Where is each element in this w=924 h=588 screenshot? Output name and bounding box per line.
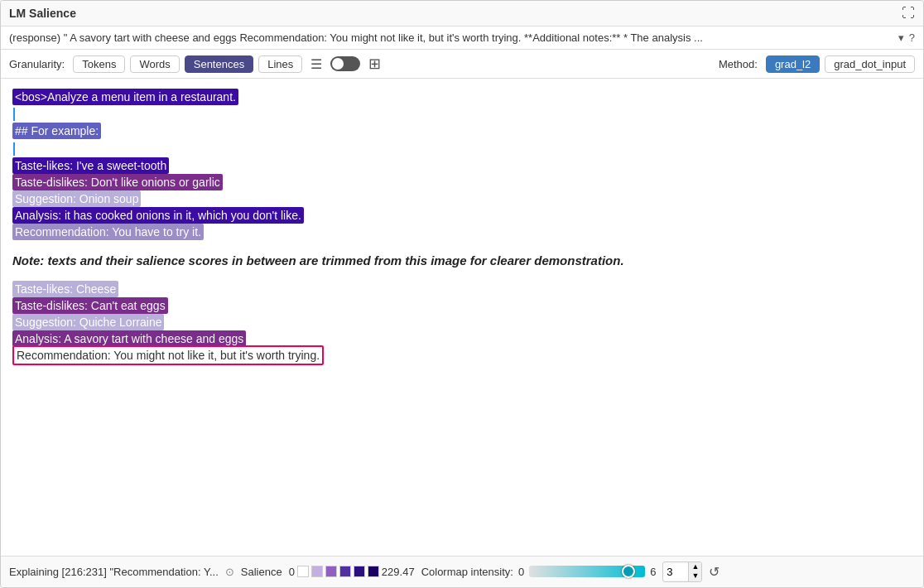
sentence-recommendation-1[interactable]: Recommendation: You have to try it. bbox=[12, 224, 204, 240]
explaining-text: Explaining [216:231] "Recommendation: Y.… bbox=[9, 566, 219, 578]
stepper-input[interactable]: 3 bbox=[663, 564, 688, 580]
method-label: Method: bbox=[719, 58, 758, 70]
toggle-container[interactable] bbox=[330, 56, 360, 71]
sentence-recommendation-2[interactable]: Recommendation: You might not like it, b… bbox=[12, 345, 324, 365]
expand-icon[interactable]: ⛶ bbox=[902, 6, 915, 21]
colormap-container: Colormap intensity: 0 6 bbox=[421, 566, 657, 578]
refresh-button[interactable]: ↺ bbox=[709, 564, 719, 580]
stepper[interactable]: 3 ▲ ▼ bbox=[662, 561, 702, 582]
sentence-line-6[interactable]: Analysis: it has cooked onions in it, wh… bbox=[12, 209, 912, 222]
stepper-buttons: ▲ ▼ bbox=[688, 562, 701, 581]
sentence-line-10[interactable]: Suggestion: Quiche Lorraine bbox=[12, 316, 912, 329]
bottom-bar: Explaining [216:231] "Recommendation: Y.… bbox=[1, 556, 923, 587]
colormap-knob[interactable] bbox=[622, 565, 635, 578]
response-text: (response) " A savory tart with cheese a… bbox=[9, 31, 895, 44]
sentence-analysis-2[interactable]: Analysis: A savory tart with cheese and … bbox=[12, 330, 246, 347]
stepper-up[interactable]: ▲ bbox=[688, 562, 701, 572]
response-bar: (response) " A savory tart with cheese a… bbox=[1, 27, 923, 50]
sentences-button[interactable]: Sentences bbox=[185, 55, 253, 73]
sentence-group-1: <bos>Analyze a menu item in a restaurant… bbox=[12, 90, 912, 239]
title-bar: LM Salience ⛶ bbox=[1, 1, 923, 27]
cursor-line-2 bbox=[12, 141, 912, 155]
main-window: LM Salience ⛶ (response) " A savory tart… bbox=[0, 0, 924, 588]
sentence-line-9[interactable]: Taste-dislikes: Can't eat eggs bbox=[12, 299, 912, 312]
sentence-suggestion-1[interactable]: Suggestion: Onion soup bbox=[12, 190, 141, 207]
scale-box-3 bbox=[325, 566, 337, 577]
toggle-knob bbox=[332, 58, 344, 70]
sentence-taste-likes-2[interactable]: Taste-likes: Cheese bbox=[12, 281, 118, 297]
grad-l2-button[interactable]: grad_l2 bbox=[766, 55, 820, 73]
dot-icon: ⊙ bbox=[225, 566, 234, 578]
colormap-max: 6 bbox=[650, 566, 656, 578]
tokens-button[interactable]: Tokens bbox=[73, 55, 125, 73]
sentence-line-8[interactable]: Taste-likes: Cheese bbox=[12, 282, 912, 296]
sentence-taste-dislikes-2[interactable]: Taste-dislikes: Can't eat eggs bbox=[12, 297, 168, 314]
salience-min: 0 bbox=[289, 566, 295, 578]
sentence-line-1[interactable]: <bos>Analyze a menu item in a restaurant… bbox=[12, 90, 912, 104]
sentence-for-example[interactable]: ## For example: bbox=[12, 123, 101, 139]
sentence-taste-likes-1[interactable]: Taste-likes: I've a sweet-tooth bbox=[12, 157, 169, 174]
sentence-line-3[interactable]: Taste-likes: I've a sweet-tooth bbox=[12, 159, 912, 172]
cursor-line bbox=[12, 107, 912, 121]
salience-max: 229.47 bbox=[382, 566, 415, 578]
lines-button[interactable]: Lines bbox=[258, 55, 302, 73]
text-cursor bbox=[13, 108, 15, 121]
sentence-group-2: Taste-likes: Cheese Taste-dislikes: Can'… bbox=[12, 282, 912, 362]
main-content: <bos>Analyze a menu item in a restaurant… bbox=[1, 79, 923, 556]
granularity-bar: Granularity: Tokens Words Sentences Line… bbox=[1, 50, 923, 79]
sentence-taste-dislikes-1[interactable]: Taste-dislikes: Don't like onions or gar… bbox=[12, 174, 223, 190]
grad-dot-input-button[interactable]: grad_dot_input bbox=[825, 55, 915, 73]
colormap-label: Colormap intensity: bbox=[421, 566, 513, 578]
sentence-line-12[interactable]: Recommendation: You might not like it, b… bbox=[12, 349, 912, 362]
scale-box-6 bbox=[368, 566, 379, 577]
sentence-suggestion-2[interactable]: Suggestion: Quiche Lorraine bbox=[12, 314, 164, 330]
scale-box-2 bbox=[311, 566, 323, 577]
response-dropdown-icon[interactable]: ▾ bbox=[898, 31, 904, 44]
scale-box-5 bbox=[354, 566, 365, 577]
sentence-line-2[interactable]: ## For example: bbox=[12, 124, 912, 137]
scale-box-1 bbox=[297, 566, 309, 577]
grid-icon[interactable]: ⊞ bbox=[365, 55, 384, 73]
salience-scale: 0 229.47 bbox=[289, 566, 415, 578]
colormap-bar[interactable] bbox=[529, 566, 645, 577]
note-text: Note: texts and their salience scores in… bbox=[12, 253, 912, 267]
words-button[interactable]: Words bbox=[130, 55, 179, 73]
help-icon[interactable]: ? bbox=[909, 31, 915, 44]
sentence-line-11[interactable]: Analysis: A savory tart with cheese and … bbox=[12, 332, 912, 345]
sentence-line-5[interactable]: Suggestion: Onion soup bbox=[12, 192, 912, 205]
app-title: LM Salience bbox=[9, 7, 76, 20]
granularity-label: Granularity: bbox=[9, 58, 65, 70]
toggle-switch[interactable] bbox=[330, 56, 360, 71]
stepper-down[interactable]: ▼ bbox=[688, 571, 701, 581]
salience-label: Salience bbox=[241, 566, 282, 578]
menu-icon[interactable]: ☰ bbox=[307, 56, 325, 72]
sentence-line-7[interactable]: Recommendation: You have to try it. bbox=[12, 225, 912, 239]
sentence-bos[interactable]: <bos>Analyze a menu item in a restaurant… bbox=[12, 89, 238, 105]
colormap-min: 0 bbox=[518, 566, 524, 578]
scale-box-4 bbox=[339, 566, 351, 577]
sentence-line-4[interactable]: Taste-dislikes: Don't like onions or gar… bbox=[12, 176, 912, 189]
text-cursor-2 bbox=[13, 142, 15, 156]
sentence-analysis-1[interactable]: Analysis: it has cooked onions in it, wh… bbox=[12, 207, 304, 224]
